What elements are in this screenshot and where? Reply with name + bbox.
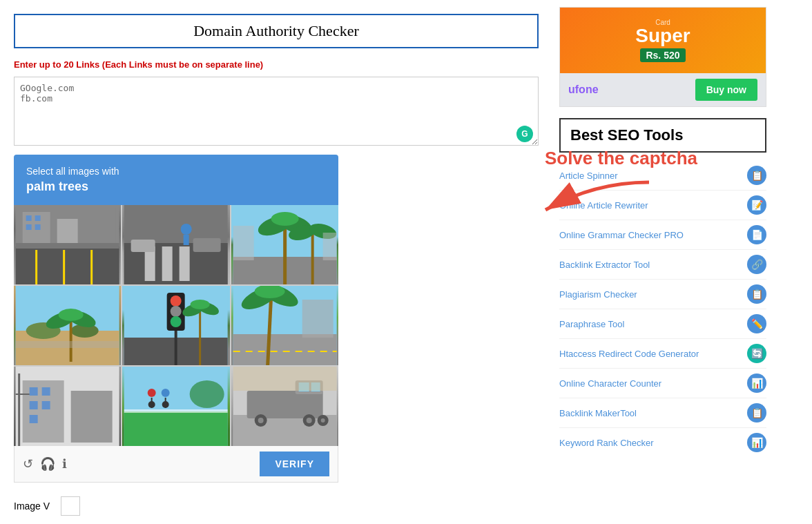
instruction-suffix: (Each Links must be on separate line) [99, 59, 263, 70]
url-textarea[interactable]: GOogle.com fb.com [14, 77, 539, 146]
seo-tool-icon-2: 📄 [747, 225, 766, 244]
captcha-cell-inner-9 [231, 367, 338, 446]
captcha-cell-inner-7 [14, 367, 121, 446]
captcha-cell-9[interactable] [231, 367, 338, 446]
svg-point-41 [59, 309, 84, 321]
svg-rect-73 [124, 411, 228, 446]
svg-point-91 [306, 418, 311, 423]
svg-rect-21 [131, 240, 155, 252]
seo-tool-keyword-rank[interactable]: Keyword Rank Checker 📊 [559, 428, 766, 457]
captcha-refresh-btn[interactable]: ↺ [23, 456, 33, 472]
instruction-prefix: Enter up to [14, 59, 64, 70]
svg-point-78 [148, 389, 156, 397]
ad-banner-inner: Card Super Rs. 520 [560, 8, 766, 73]
seo-tool-plagiarism-checker[interactable]: Plagiarism Checker 📋 [559, 280, 766, 309]
seo-tool-icon-9: 📊 [747, 433, 766, 452]
seo-tool-link-9[interactable]: Keyword Rank Checker [559, 438, 742, 448]
svg-point-49 [171, 316, 182, 327]
ad-card-label: Card [571, 19, 755, 26]
ad-banner: Card Super Rs. 520 ufone Buy now [559, 7, 766, 107]
seo-tool-paraphrase[interactable]: Paraphrase Tool ✏️ [559, 309, 766, 339]
captcha-arrow [525, 175, 663, 231]
seo-tool-link-2[interactable]: Online Grammar Checker PRO [559, 230, 742, 240]
captcha-hint-text: Solve the captcha [545, 148, 697, 169]
svg-rect-22 [193, 238, 221, 252]
seo-tool-icon-1: 📝 [747, 195, 766, 215]
svg-rect-13 [35, 224, 41, 230]
image-verify-checkbox[interactable] [61, 496, 80, 516]
seo-tool-link-7[interactable]: Online Character Counter [559, 378, 742, 389]
seo-tool-link-5[interactable]: Paraphrase Tool [559, 319, 742, 329]
svg-rect-84 [246, 391, 322, 418]
captcha-cell-6[interactable] [231, 286, 338, 365]
captcha-container: Select all images with palm trees [14, 155, 338, 483]
captcha-cell-inner-6 [231, 286, 338, 365]
svg-rect-3 [16, 243, 119, 249]
captcha-cell-1[interactable] [14, 205, 121, 284]
captcha-area: Solve the captcha Select all images with… [14, 155, 539, 483]
seo-tool-icon-0: 📋 [747, 166, 766, 185]
captcha-grid [14, 205, 338, 446]
captcha-cell-5[interactable] [122, 286, 229, 365]
seo-tool-link-3[interactable]: Backlink Extractor Tool [559, 260, 742, 270]
svg-point-48 [171, 306, 182, 317]
captcha-cell-7[interactable] [14, 367, 121, 446]
seo-tool-link-4[interactable]: Plagiarism Checker [559, 289, 742, 300]
svg-rect-55 [233, 334, 336, 365]
captcha-audio-btn[interactable]: 🎧 [40, 456, 55, 472]
captcha-bottom-bar: ↺ 🎧 ℹ VERIFY [14, 446, 338, 483]
image-verify-section: Image V [14, 496, 539, 516]
seo-tool-htaccess[interactable]: Htaccess Redirect Code Generator 🔄 [559, 339, 766, 369]
svg-rect-33 [322, 233, 336, 260]
captcha-cell-inner-3 [231, 205, 338, 284]
verify-button[interactable]: VERIFY [260, 452, 329, 476]
captcha-cell-8[interactable] [122, 367, 229, 446]
ad-ufone-bar: ufone Buy now [560, 73, 766, 106]
image-verify-label: Image V [14, 501, 50, 512]
grammarly-icon: G [516, 126, 533, 142]
ad-super-text: Super [571, 26, 755, 46]
svg-point-28 [271, 212, 298, 226]
seo-tool-icon-6: 🔄 [747, 344, 766, 363]
captcha-bold-text: palm trees [26, 179, 326, 194]
ad-buy-button[interactable]: Buy now [695, 79, 757, 101]
svg-point-80 [162, 389, 170, 397]
svg-point-93 [320, 418, 325, 423]
seo-tool-link-6[interactable]: Htaccess Redirect Code Generator [559, 349, 742, 359]
svg-rect-12 [26, 224, 32, 230]
svg-rect-32 [233, 226, 253, 260]
instruction-text: Enter up to 20 Links (Each Links must be… [14, 59, 539, 70]
seo-tool-backlink-maker[interactable]: Backlink MakerTool 📋 [559, 398, 766, 428]
seo-tools-title: Best SEO Tools [570, 126, 755, 144]
seo-tool-icon-7: 📊 [747, 373, 766, 393]
svg-rect-20 [184, 235, 189, 245]
svg-rect-64 [71, 391, 113, 443]
instruction-limit: 20 Links [64, 59, 99, 70]
svg-rect-8 [57, 219, 78, 243]
page-title: Domain Authority Checker [29, 22, 523, 40]
svg-point-53 [191, 300, 210, 309]
svg-rect-66 [42, 387, 50, 396]
svg-rect-9 [85, 208, 116, 243]
svg-point-19 [181, 224, 192, 235]
captcha-icons: ↺ 🎧 ℹ [23, 456, 67, 472]
seo-tool-link-8[interactable]: Backlink MakerTool [559, 408, 742, 418]
captcha-cell-inner-5 [122, 286, 229, 365]
svg-rect-67 [30, 401, 38, 409]
svg-rect-61 [302, 300, 333, 338]
svg-rect-17 [162, 246, 173, 281]
captcha-cell-inner-4 [14, 286, 121, 365]
seo-tool-backlink-extractor[interactable]: Backlink Extractor Tool 🔗 [559, 250, 766, 280]
captcha-select-text: Select all images with [26, 166, 119, 177]
seo-tool-char-counter[interactable]: Online Character Counter 📊 [559, 369, 766, 398]
svg-rect-94 [233, 367, 336, 391]
captcha-info-btn[interactable]: ℹ [62, 456, 67, 472]
captcha-cell-3[interactable] [231, 205, 338, 284]
captcha-cell-4[interactable] [14, 286, 121, 365]
url-textarea-wrapper: GOogle.com fb.com G [14, 77, 539, 148]
svg-rect-10 [26, 215, 32, 221]
captcha-cell-inner-8 [122, 367, 229, 446]
seo-tool-icon-8: 📋 [747, 403, 766, 423]
svg-rect-74 [124, 409, 228, 413]
captcha-cell-2[interactable] [122, 205, 229, 284]
